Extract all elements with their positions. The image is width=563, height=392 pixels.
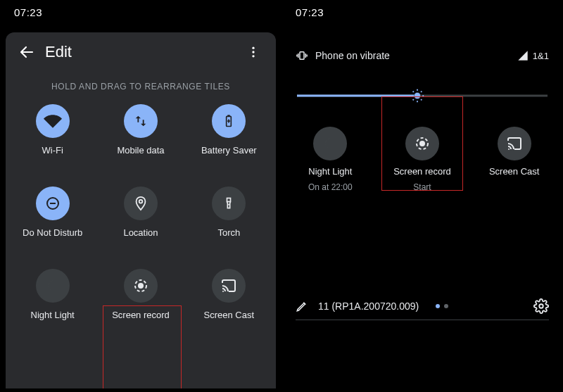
- tile-label: Night Light: [31, 310, 75, 320]
- page-dot: [444, 304, 448, 308]
- qs-tile-screen-cast[interactable]: Screen Cast: [468, 127, 560, 192]
- tile-icon-wrapper: [212, 186, 246, 220]
- tile-battery-saver[interactable]: Battery Saver: [185, 104, 273, 156]
- ringer-status[interactable]: Phone on vibrate: [296, 49, 390, 62]
- battery-icon: [222, 114, 236, 128]
- tile-screen-record[interactable]: Screen record: [96, 269, 184, 320]
- nightlight-icon: [45, 278, 61, 293]
- arrow-back-icon: [18, 44, 35, 61]
- tile-icon-wrapper: [212, 269, 246, 303]
- tile-label: Night Light: [308, 166, 352, 177]
- tile-label: Mobile data: [117, 145, 164, 156]
- tile-icon-wrapper: [36, 269, 70, 303]
- screenrecord-icon: [132, 277, 149, 294]
- svg-point-2: [252, 51, 254, 53]
- ringer-label: Phone on vibrate: [315, 50, 390, 61]
- location-icon: [133, 196, 148, 211]
- qs-tile-screen-record[interactable]: Screen record Start: [377, 127, 469, 192]
- qs-panel: 07:23 Phone on vibrate 1&1: [282, 0, 563, 392]
- edit-title: Edit: [45, 43, 239, 61]
- tile-icon-wrapper: [498, 127, 531, 160]
- mobiledata-icon: [133, 113, 148, 129]
- tile-label: Battery Saver: [201, 145, 257, 156]
- edit-instruction: HOLD AND DRAG TO REARRANGE TILES: [6, 72, 276, 104]
- tile-label: Location: [123, 227, 158, 238]
- tile-icon-wrapper: [212, 104, 246, 138]
- brightness-slider[interactable]: [297, 87, 548, 104]
- tile-label: Torch: [217, 227, 240, 238]
- svg-point-32: [508, 148, 510, 150]
- settings-button[interactable]: [533, 298, 549, 314]
- pane-right: 07:23 Phone on vibrate 1&1: [282, 0, 563, 392]
- tile-icon-wrapper: [124, 269, 158, 303]
- more-button[interactable]: [239, 38, 267, 66]
- signal-icon: [517, 50, 529, 61]
- screenshot-root: 07:23 Edit HOLD AND DRAG TO REARRANGE TI…: [0, 0, 563, 392]
- status-time: 07:23: [14, 6, 42, 18]
- gear-icon: [533, 298, 549, 314]
- svg-rect-11: [227, 198, 231, 202]
- tile-icon-wrapper: [124, 186, 158, 220]
- edit-icon[interactable]: [296, 300, 308, 312]
- cast-icon: [220, 277, 237, 294]
- back-button[interactable]: [11, 37, 42, 68]
- vibrate-icon: [296, 49, 308, 62]
- screenrecord-icon: [414, 135, 431, 152]
- qs-edit-panel: Edit HOLD AND DRAG TO REARRANGE TILES Wi…: [6, 32, 276, 388]
- tile-wifi[interactable]: Wi-Fi: [8, 104, 96, 156]
- signal-status: 1&1: [517, 50, 549, 61]
- carrier-label: 1&1: [533, 51, 549, 61]
- tile-label: Do Not Disturb: [23, 227, 82, 238]
- svg-line-27: [421, 99, 422, 100]
- svg-rect-16: [300, 52, 304, 60]
- svg-line-28: [412, 99, 413, 100]
- qs-tile-night-light[interactable]: Night Light On at 22:00: [284, 127, 377, 192]
- tile-label: Screen record: [393, 166, 451, 177]
- tile-screen-cast[interactable]: Screen Cast: [185, 269, 273, 320]
- nightlight-icon: [322, 136, 338, 151]
- tile-label: Screen record: [112, 310, 170, 320]
- tile-icon-wrapper: [124, 104, 158, 138]
- tile-location[interactable]: Location: [96, 186, 184, 238]
- svg-line-26: [412, 91, 413, 92]
- tile-sublabel: Start: [413, 182, 431, 192]
- tile-label: Screen Cast: [489, 166, 540, 177]
- brightness-icon: [410, 88, 425, 103]
- status-time: 07:23: [296, 6, 324, 18]
- tile-icon-wrapper: [36, 104, 70, 138]
- qs-footer: 11 (RP1A.200720.009): [296, 298, 549, 314]
- slider-fill: [297, 95, 417, 97]
- tile-torch[interactable]: Torch: [185, 186, 273, 238]
- cast-icon: [506, 135, 523, 152]
- svg-point-33: [539, 304, 543, 308]
- svg-point-1: [252, 47, 254, 49]
- tile-icon-wrapper: [313, 127, 347, 160]
- dnd-icon: [44, 195, 61, 212]
- wifi-icon: [44, 112, 62, 130]
- tiles-grid: Wi-Fi Mobile data Battery Saver: [6, 104, 276, 320]
- tile-mobile-data[interactable]: Mobile data: [96, 104, 184, 156]
- slider-thumb[interactable]: [410, 88, 425, 103]
- edit-header: Edit: [6, 32, 276, 72]
- torch-icon: [222, 196, 236, 210]
- tile-label: Screen Cast: [204, 310, 255, 320]
- tile-icon-wrapper: [405, 127, 439, 160]
- tile-label: Wi-Fi: [42, 145, 63, 156]
- svg-point-15: [222, 291, 224, 292]
- svg-point-3: [252, 55, 254, 57]
- tile-dnd[interactable]: Do Not Disturb: [8, 186, 96, 238]
- status-bar-left: 07:23: [0, 0, 282, 24]
- tile-night-light[interactable]: Night Light: [8, 269, 96, 320]
- pane-left: 07:23 Edit HOLD AND DRAG TO REARRANGE TI…: [0, 0, 282, 392]
- tile-icon-wrapper: [36, 186, 70, 220]
- page-dot-active: [436, 304, 440, 308]
- tile-sublabel: On at 22:00: [308, 182, 353, 192]
- page-indicator[interactable]: [436, 304, 448, 308]
- divider: [296, 320, 549, 320]
- svg-point-21: [414, 92, 420, 99]
- svg-point-30: [419, 141, 425, 146]
- more-vert-icon: [246, 45, 260, 59]
- qs-tiles-grid: Night Light On at 22:00 Screen record St…: [282, 104, 563, 192]
- qs-header: Phone on vibrate 1&1: [282, 45, 563, 66]
- svg-point-10: [139, 200, 143, 203]
